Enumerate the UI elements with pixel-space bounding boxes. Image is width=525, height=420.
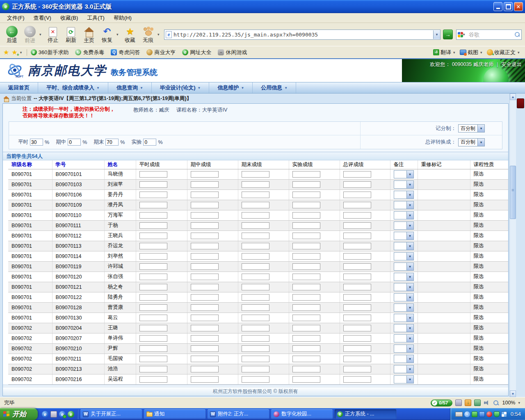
history-dropdown-icon[interactable] <box>39 32 43 37</box>
midterm-score-input[interactable] <box>191 263 219 270</box>
regular-score-input[interactable] <box>139 171 167 178</box>
favorites-dropdown-icon[interactable] <box>20 50 24 55</box>
regular-score-input[interactable] <box>139 304 167 311</box>
remark-select[interactable] <box>394 365 414 373</box>
menu-item[interactable]: 查看(V) <box>29 14 56 23</box>
search-input[interactable] <box>469 32 514 38</box>
total-score-input[interactable] <box>343 345 371 352</box>
regular-score-input[interactable] <box>139 181 167 188</box>
lab-score-input[interactable] <box>292 171 320 178</box>
lab-score-input[interactable] <box>292 222 320 229</box>
final-score-input[interactable] <box>242 212 269 219</box>
lab-score-input[interactable] <box>292 284 320 290</box>
nav-item[interactable]: 信息维护 <box>209 82 253 93</box>
final-score-input[interactable] <box>242 233 269 239</box>
midterm-score-input[interactable] <box>191 284 219 290</box>
total-score-input[interactable] <box>343 243 371 249</box>
lab-score-input[interactable] <box>292 233 320 239</box>
final-score-input[interactable] <box>242 171 269 178</box>
total-score-input[interactable] <box>343 212 371 219</box>
remark-select[interactable] <box>394 314 414 322</box>
remark-select[interactable] <box>394 345 414 353</box>
final-score-input[interactable] <box>242 366 269 372</box>
total-score-input[interactable] <box>343 171 371 178</box>
regular-score-input[interactable] <box>139 243 167 249</box>
speaker-icon[interactable] <box>484 399 490 406</box>
taskbar-window-button[interactable]: 正方系统 - ... <box>334 409 397 419</box>
remark-select[interactable] <box>394 283 414 291</box>
download-manager-icon[interactable] <box>465 399 471 406</box>
media-sniffer-icon[interactable] <box>474 399 481 406</box>
address-bar[interactable]: http://202.119.225.35/js_main.aspx?xh=00… <box>164 30 441 40</box>
browser-tool-item[interactable]: 收藏正文 <box>487 49 522 56</box>
security-shield-icon[interactable] <box>494 411 500 417</box>
forward-button[interactable]: 前进 <box>21 26 39 43</box>
midterm-score-input[interactable] <box>191 202 219 208</box>
chevron-down-icon[interactable] <box>518 50 522 55</box>
regular-score-input[interactable] <box>139 212 167 219</box>
bookmark-item[interactable]: 免费杀毒 <box>74 48 105 57</box>
final-score-input[interactable] <box>242 243 269 249</box>
weight-final-input[interactable] <box>105 139 119 146</box>
show-desktop-icon[interactable] <box>50 411 57 418</box>
undo-dropdown-icon[interactable] <box>116 32 121 37</box>
regular-score-input[interactable] <box>139 192 167 198</box>
scrollbar-thumb[interactable] <box>510 166 516 219</box>
midterm-score-input[interactable] <box>191 233 219 239</box>
antivirus-tray-icon[interactable] <box>486 411 492 417</box>
close-button[interactable] <box>514 2 523 11</box>
remark-select[interactable] <box>394 242 414 250</box>
undo-button[interactable]: 恢复 <box>98 26 116 43</box>
column-header[interactable]: 姓名 <box>104 160 136 169</box>
favorites-star-icon[interactable] <box>3 48 9 56</box>
total-score-input[interactable] <box>343 356 371 362</box>
final-score-input[interactable] <box>242 274 269 280</box>
remark-select[interactable] <box>394 180 414 189</box>
final-score-input[interactable] <box>242 356 269 362</box>
zoom-level[interactable]: 100% <box>502 400 515 406</box>
final-score-input[interactable] <box>242 192 269 198</box>
taskbar-window-button[interactable]: 关于开展正... <box>80 409 142 419</box>
final-score-input[interactable] <box>242 263 269 270</box>
midterm-score-input[interactable] <box>191 171 219 178</box>
bookmark-item[interactable]: 奇虎问答 <box>110 48 141 57</box>
display-tray-icon[interactable] <box>501 411 507 417</box>
total-score-input[interactable] <box>343 222 371 229</box>
total-score-input[interactable] <box>343 376 371 383</box>
total-score-input[interactable] <box>343 315 371 321</box>
remark-select[interactable] <box>394 170 414 178</box>
midterm-score-input[interactable] <box>191 294 219 301</box>
bookmark-item[interactable]: 360新手求助 <box>30 48 70 57</box>
midterm-score-input[interactable] <box>191 222 219 229</box>
zoom-magnifier-icon[interactable] <box>493 400 499 406</box>
back-button[interactable]: 后退 <box>3 26 21 43</box>
remark-select[interactable] <box>394 232 414 240</box>
remark-select[interactable] <box>394 201 414 209</box>
go-button[interactable] <box>443 30 453 39</box>
regular-score-input[interactable] <box>139 356 167 362</box>
midterm-score-input[interactable] <box>191 376 219 383</box>
final-score-input[interactable] <box>242 325 269 331</box>
midterm-score-input[interactable] <box>191 345 219 352</box>
zoom-dropdown-icon[interactable] <box>518 401 520 405</box>
final-score-input[interactable] <box>242 202 269 208</box>
regular-score-input[interactable] <box>139 202 167 208</box>
midterm-score-input[interactable] <box>191 243 219 249</box>
scale-select[interactable]: 百分制 <box>458 124 485 132</box>
taskbar-window-button[interactable]: 数字化校园... <box>271 409 333 419</box>
total-score-input[interactable] <box>343 233 371 239</box>
chevron-down-icon[interactable] <box>453 50 457 55</box>
proxy-server-icon[interactable] <box>455 399 462 406</box>
regular-score-input[interactable] <box>139 335 167 342</box>
ad-block-counter[interactable]: 0/57 <box>431 399 452 406</box>
sidebar-alert-badge[interactable] <box>517 98 524 108</box>
final-score-input[interactable] <box>242 222 269 229</box>
nav-item[interactable]: 返回首页 <box>0 82 38 93</box>
midterm-score-input[interactable] <box>191 181 219 188</box>
midterm-score-input[interactable] <box>191 335 219 342</box>
total-score-input[interactable] <box>343 304 371 311</box>
regular-score-input[interactable] <box>139 294 167 301</box>
home-button[interactable]: 主页 <box>80 26 98 43</box>
weight-regular-input[interactable] <box>30 139 43 146</box>
regular-score-input[interactable] <box>139 253 167 260</box>
